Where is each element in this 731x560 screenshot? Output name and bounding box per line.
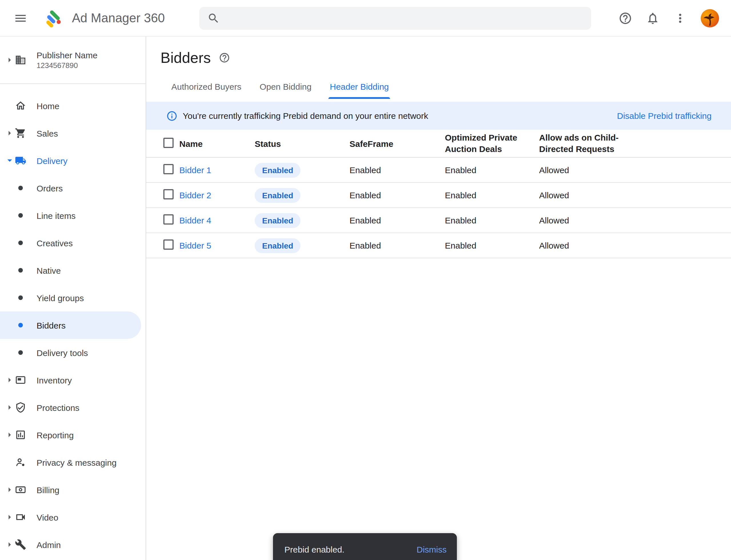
safeframe-cell: Enabled	[350, 165, 445, 175]
table-row: Bidder 5 Enabled Enabled Enabled Allowed	[146, 233, 731, 258]
status-badge: Enabled	[255, 188, 301, 203]
sidebar-item-label: Video	[37, 512, 58, 522]
tab-bar: Authorized Buyers Open Bidding Header Bi…	[162, 82, 731, 99]
expand-arrow-icon	[6, 58, 14, 62]
bar-chart-icon	[14, 429, 27, 441]
sidebar-item-delivery[interactable]: Delivery	[0, 147, 146, 174]
safeframe-cell: Enabled	[350, 190, 445, 200]
optimized-private-auction-deals-cell: Enabled	[445, 241, 539, 250]
publisher-selector[interactable]: Publisher Name 1234567890	[0, 37, 146, 84]
sidebar-item-label: Reporting	[37, 430, 74, 440]
banner-message: You're currently trafficking Prebid dema…	[183, 111, 428, 121]
help-icon[interactable]	[618, 11, 632, 25]
sidebar-item-home[interactable]: Home	[0, 92, 146, 119]
column-header-opa: Optimized Private Auction Deals	[445, 132, 539, 155]
column-header-status: Status	[255, 139, 350, 148]
expand-arrow-icon	[6, 515, 14, 519]
bidder-name-link[interactable]: Bidder 5	[179, 241, 211, 250]
bidder-name-link[interactable]: Bidder 1	[179, 165, 211, 175]
ad-manager-app: Ad Manager 360	[0, 0, 731, 560]
bullet-icon	[18, 350, 23, 355]
column-header-child-directed: Allow ads on Child-Directed Requests	[539, 132, 637, 155]
page-help-icon[interactable]	[219, 52, 230, 63]
sidebar-item-sales[interactable]: Sales	[0, 119, 146, 147]
account-avatar[interactable]	[701, 9, 719, 27]
sidebar-item-creatives[interactable]: Creatives	[0, 229, 146, 257]
column-header-safeframe: SafeFrame	[350, 139, 445, 148]
banknote-icon	[14, 484, 27, 495]
status-badge: Enabled	[255, 213, 301, 228]
sidebar-item-label: Bidders	[37, 320, 66, 330]
tab-open-bidding[interactable]: Open Bidding	[251, 82, 321, 99]
row-checkbox[interactable]	[163, 239, 174, 250]
optimized-private-auction-deals-cell: Enabled	[445, 165, 539, 175]
shopping-cart-icon	[14, 127, 27, 139]
row-checkbox[interactable]	[163, 214, 174, 225]
disable-prebid-link[interactable]: Disable Prebid trafficking	[617, 111, 712, 121]
snackbar: Prebid enabled. Dismiss	[273, 533, 457, 560]
videocam-icon	[14, 511, 27, 523]
sidebar-item-protections[interactable]: Protections	[0, 394, 146, 421]
sidebar-item-label: Inventory	[37, 375, 72, 385]
sidebar-item-bidders[interactable]: Bidders	[0, 311, 141, 339]
expand-arrow-icon	[6, 405, 14, 410]
bullet-icon	[18, 241, 23, 245]
sidebar-item-label: Creatives	[37, 238, 73, 248]
publisher-name: Publisher Name	[37, 50, 97, 61]
bullet-icon	[18, 295, 23, 300]
sidebar-item-billing[interactable]: Billing	[0, 476, 146, 503]
optimized-private-auction-deals-cell: Enabled	[445, 190, 539, 200]
truck-icon	[14, 155, 27, 166]
menu-icon[interactable]	[14, 11, 27, 25]
sidebar-item-inventory[interactable]: Inventory	[0, 366, 146, 394]
table-row: Bidder 4 Enabled Enabled Enabled Allowed	[146, 208, 731, 233]
sidebar-item-orders[interactable]: Orders	[0, 174, 146, 202]
more-options-icon[interactable]	[673, 11, 687, 25]
sidebar-item-label: Yield groups	[37, 293, 84, 303]
safeframe-cell: Enabled	[350, 215, 445, 225]
publisher-id: 1234567890	[37, 61, 97, 70]
home-icon	[14, 100, 27, 111]
tab-authorized-buyers[interactable]: Authorized Buyers	[162, 82, 251, 99]
table-rows: Bidder 1 Enabled Enabled Enabled Allowed…	[146, 158, 731, 258]
select-all-checkbox[interactable]	[163, 137, 174, 148]
row-checkbox[interactable]	[163, 189, 174, 199]
status-badge: Enabled	[255, 163, 301, 177]
sidebar-item-label: Delivery	[37, 156, 67, 165]
safeframe-cell: Enabled	[350, 241, 445, 250]
info-icon	[166, 110, 178, 121]
sidebar-item-privacy-messaging[interactable]: Privacy & messaging	[0, 449, 146, 476]
expand-arrow-icon	[6, 542, 14, 547]
search-bar[interactable]	[199, 7, 591, 30]
person-badge-icon	[14, 457, 27, 468]
sidebar-item-label: Protections	[37, 403, 79, 412]
bidder-name-link[interactable]: Bidder 4	[179, 215, 211, 225]
expand-arrow-icon	[6, 378, 14, 382]
notifications-bell-icon[interactable]	[646, 11, 660, 25]
bullet-icon	[18, 186, 23, 190]
sidebar-item-native[interactable]: Native	[0, 257, 146, 284]
sidebar-item-label: Privacy & messaging	[37, 457, 117, 467]
sidebar-item-label: Billing	[37, 485, 59, 495]
expand-arrow-icon	[6, 131, 14, 135]
row-checkbox[interactable]	[163, 164, 174, 174]
bidder-name-link[interactable]: Bidder 2	[179, 190, 211, 200]
table-header: Name Status SafeFrame Optimized Private …	[146, 130, 731, 158]
sidebar-item-admin[interactable]: Admin	[0, 531, 146, 558]
sidebar-item-reporting[interactable]: Reporting	[0, 421, 146, 449]
sidebar-item-video[interactable]: Video	[0, 503, 146, 531]
sidebar-item-line-items[interactable]: Line items	[0, 202, 146, 229]
dismiss-button[interactable]: Dismiss	[416, 544, 446, 554]
sidebar-nav: Home Sales Delivery	[0, 84, 146, 558]
sidebar-item-delivery-tools[interactable]: Delivery tools	[0, 339, 146, 366]
tab-header-bidding[interactable]: Header Bidding	[321, 82, 398, 99]
sidebar-item-label: Home	[37, 101, 59, 111]
product-logo-link[interactable]: Ad Manager 360	[45, 8, 165, 28]
sidebar-item-label: Delivery tools	[37, 348, 88, 357]
child-directed-cell: Allowed	[539, 215, 731, 225]
search-input[interactable]	[226, 13, 583, 23]
bullet-icon	[18, 213, 23, 218]
collapse-arrow-icon	[6, 158, 14, 163]
ad-manager-logo-icon	[45, 8, 64, 28]
sidebar-item-yield-groups[interactable]: Yield groups	[0, 284, 146, 311]
